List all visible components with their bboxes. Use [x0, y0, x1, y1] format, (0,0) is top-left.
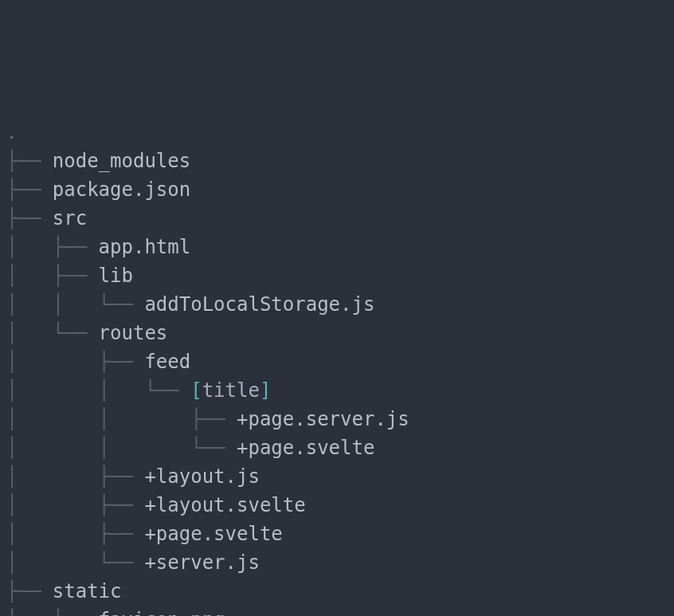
tree-prefix: │ └──: [6, 609, 99, 616]
tree-filename: +layout.js: [144, 465, 260, 488]
bracket-close: ]: [260, 379, 271, 402]
tree-filename: favicon.png: [99, 609, 225, 616]
tree-line: │ ├── app.html: [6, 233, 668, 261]
tree-prefix: │ │ └──: [6, 437, 237, 459]
tree-prefix: ├──: [6, 179, 53, 201]
tree-line: │ │ └── addToLocalStorage.js: [6, 290, 668, 319]
tree-prefix: │ │ ├──: [6, 408, 237, 430]
tree-line: │ │ ├── +page.server.js: [6, 405, 668, 434]
tree-line: ├── src: [6, 204, 668, 233]
tree-prefix: ├──: [6, 150, 53, 172]
tree-filename: +layout.svelte: [144, 494, 305, 516]
tree-filename: +page.svelte: [237, 437, 374, 459]
tree-line: │ ├── +layout.js: [6, 462, 668, 491]
tree-filename: title: [202, 379, 260, 402]
tree-prefix: │ ├──: [6, 523, 144, 545]
tree-filename: feed: [144, 351, 190, 373]
bracket-open: [: [190, 379, 202, 402]
tree-prefix: ├──: [6, 580, 53, 602]
tree-filename: addToLocalStorage.js: [144, 293, 374, 316]
tree-line: │ └── routes: [6, 319, 668, 347]
tree-line: ├── package.json: [6, 175, 668, 204]
tree-line: │ ├── feed: [6, 347, 668, 376]
tree-filename: node_modules: [53, 150, 190, 172]
tree-prefix: │ │ └──: [6, 293, 144, 316]
tree-prefix: │ ├──: [6, 265, 99, 287]
tree-line: │ ├── +layout.svelte: [6, 491, 668, 520]
tree-filename: +page.svelte: [144, 523, 282, 545]
tree-prefix: │ │ └──: [6, 379, 190, 402]
tree-filename: lib: [99, 265, 133, 287]
tree-line: │ ├── +page.svelte: [6, 520, 668, 548]
tree-prefix: │ └──: [6, 322, 99, 344]
tree-filename: +page.server.js: [237, 408, 409, 430]
tree-filename: routes: [99, 322, 168, 344]
tree-prefix: │ ├──: [6, 465, 144, 488]
tree-lines-container: ├── node_modules├── package.json├── src│…: [6, 147, 668, 616]
tree-prefix: │ ├──: [6, 351, 144, 373]
tree-line: │ │ └── +page.svelte: [6, 434, 668, 462]
tree-line: │ │ └── [title]: [6, 376, 668, 405]
tree-output: .├── node_modules├── package.json├── src…: [6, 118, 668, 616]
tree-filename: +server.js: [144, 551, 260, 574]
tree-filename: src: [53, 207, 87, 230]
tree-line: │ └── +server.js: [6, 548, 668, 577]
tree-prefix: ├──: [6, 207, 53, 230]
root-dot: .: [6, 123, 17, 143]
tree-prefix: │ ├──: [6, 236, 99, 258]
tree-filename: app.html: [99, 236, 191, 258]
tree-prefix: │ ├──: [6, 494, 144, 516]
tree-filename: package.json: [53, 179, 190, 201]
tree-filename: static: [53, 580, 122, 602]
tree-prefix: │ └──: [6, 551, 144, 574]
tree-line: │ └── favicon.png: [6, 606, 668, 616]
tree-line: │ ├── lib: [6, 261, 668, 290]
tree-line: ├── node_modules: [6, 147, 668, 175]
tree-line: ├── static: [6, 577, 668, 606]
